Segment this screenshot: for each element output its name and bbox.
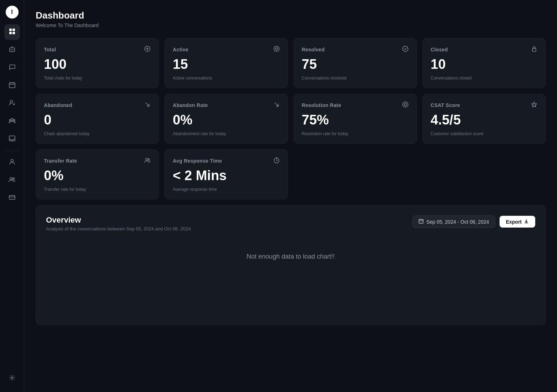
svg-rect-0	[9, 29, 12, 31]
svg-marker-35	[532, 102, 537, 107]
stat-icon-resolved	[402, 46, 409, 54]
svg-point-34	[404, 103, 406, 106]
stat-desc-transfer-rate: Transfer rate for today	[44, 187, 151, 192]
stat-label-abandon-rate: Abandon Rate	[173, 102, 208, 108]
stat-label-total: Total	[44, 47, 56, 52]
overview-title: Overview	[46, 215, 191, 225]
stat-icon-total	[144, 46, 151, 54]
stat-header-closed: Closed	[431, 46, 537, 54]
sidebar-bottom	[4, 371, 20, 386]
svg-point-20	[11, 159, 13, 162]
svg-point-31	[402, 46, 408, 52]
sidebar-item-inbox[interactable]	[4, 131, 20, 147]
stat-value-closed: 10	[431, 57, 537, 72]
stat-header-avg-response: Avg Response Time	[173, 157, 279, 165]
svg-rect-23	[9, 195, 15, 199]
stat-icon-avg-response	[273, 157, 280, 165]
stat-header-active: Active	[173, 46, 279, 54]
stat-label-resolution-rate: Resolution Rate	[302, 102, 341, 108]
svg-rect-32	[532, 49, 536, 51]
stat-label-resolved: Resolved	[302, 47, 325, 52]
stat-header-total: Total	[44, 46, 151, 54]
stat-icon-resolution-rate	[402, 101, 409, 109]
download-icon	[524, 219, 529, 225]
svg-point-33	[402, 102, 408, 107]
svg-point-21	[10, 178, 12, 180]
dashboard-icon	[9, 28, 16, 37]
svg-rect-41	[419, 219, 423, 223]
svg-point-5	[11, 49, 12, 50]
stat-icon-active	[273, 46, 280, 54]
stats-row-2: Abandoned0Chats abandoned todayAbandon R…	[36, 94, 546, 144]
sidebar-item-settings[interactable]	[4, 371, 20, 386]
stat-desc-csat: Customer satisfaction score	[431, 131, 537, 136]
sidebar-item-calendar[interactable]	[4, 78, 20, 93]
sidebar-item-profile[interactable]	[4, 154, 20, 170]
stats-row-1: Total100Total chats for todayActive15Act…	[36, 38, 546, 88]
page-subtitle: Welcome To The Dashboard	[36, 22, 546, 28]
app-logo: I	[6, 6, 19, 19]
stat-card-resolution-rate: Resolution Rate75%Resolution rate for to…	[294, 94, 417, 144]
date-range-button[interactable]: Sep 05, 2024 - Oct 06, 2024	[412, 215, 495, 228]
stat-desc-total: Total chats for today	[44, 76, 151, 81]
sidebar-item-dashboard[interactable]	[4, 24, 20, 40]
svg-point-22	[12, 178, 14, 179]
svg-rect-1	[12, 29, 15, 31]
sidebar-item-team[interactable]	[4, 113, 20, 129]
stat-header-csat: CSAT Score	[431, 101, 537, 109]
stat-label-closed: Closed	[431, 47, 448, 52]
stat-label-active: Active	[173, 47, 188, 52]
stat-icon-csat	[531, 101, 537, 109]
stat-card-csat: CSAT Score4.5/5Customer satisfaction sco…	[422, 94, 546, 144]
sidebar-item-billing[interactable]	[4, 190, 20, 206]
svg-rect-9	[9, 83, 15, 88]
stat-value-resolved: 75	[302, 57, 409, 72]
stat-label-avg-response: Avg Response Time	[173, 158, 222, 164]
svg-rect-3	[12, 32, 15, 34]
card-icon	[9, 194, 16, 203]
svg-point-37	[148, 159, 150, 160]
export-label: Export	[506, 219, 522, 225]
sidebar-item-bots[interactable]	[4, 42, 20, 58]
stat-header-transfer-rate: Transfer Rate	[44, 157, 151, 165]
stat-desc-abandon-rate: Abandonment rate for today	[173, 131, 279, 136]
stat-card-abandoned: Abandoned0Chats abandoned today	[36, 94, 159, 144]
stat-label-transfer-rate: Transfer Rate	[44, 158, 77, 164]
stat-value-abandoned: 0	[44, 113, 151, 128]
calendar-icon	[9, 81, 16, 90]
svg-rect-2	[9, 32, 12, 34]
stats-row-3: Transfer Rate0%Transfer rate for todayAv…	[36, 149, 546, 199]
svg-point-6	[12, 49, 14, 50]
svg-point-8	[12, 46, 12, 47]
svg-point-25	[11, 377, 13, 378]
sidebar-item-groups[interactable]	[4, 172, 20, 188]
stat-desc-abandoned: Chats abandoned today	[44, 131, 151, 136]
svg-point-17	[9, 119, 11, 121]
sidebar-item-add-user[interactable]	[4, 96, 20, 111]
sidebar-item-chat[interactable]	[4, 60, 20, 76]
svg-point-16	[11, 118, 13, 121]
stat-label-csat: CSAT Score	[431, 102, 460, 108]
overview-info: Overview Analysis of the conversations b…	[46, 215, 191, 231]
overview-header: Overview Analysis of the conversations b…	[46, 215, 535, 231]
stat-card-resolved: Resolved75Conversations resolved	[294, 38, 417, 88]
stat-card-avg-response: Avg Response Time< 2 MinsAverage respons…	[164, 149, 288, 199]
export-button[interactable]: Export	[500, 216, 535, 228]
stat-icon-abandon-rate	[273, 101, 280, 109]
stat-desc-resolution-rate: Resolution rate for today	[302, 131, 409, 136]
sidebar: I	[0, 0, 24, 392]
stat-header-resolved: Resolved	[302, 46, 409, 54]
team-icon	[9, 117, 16, 126]
stat-value-resolution-rate: 75%	[302, 113, 409, 128]
stat-value-transfer-rate: 0%	[44, 168, 151, 183]
sidebar-divider	[5, 151, 19, 151]
stat-desc-resolved: Conversations resolved	[302, 76, 409, 81]
stat-label-abandoned: Abandoned	[44, 102, 72, 108]
groups-icon	[9, 176, 16, 185]
stat-card-closed: Closed10Conversations closed	[422, 38, 546, 88]
page-title: Dashboard	[36, 10, 546, 21]
date-range-text: Sep 05, 2024 - Oct 06, 2024	[426, 219, 489, 225]
svg-point-36	[146, 158, 148, 161]
chat-icon	[9, 63, 16, 72]
overview-subtitle: Analysis of the conversations between Se…	[46, 226, 191, 231]
